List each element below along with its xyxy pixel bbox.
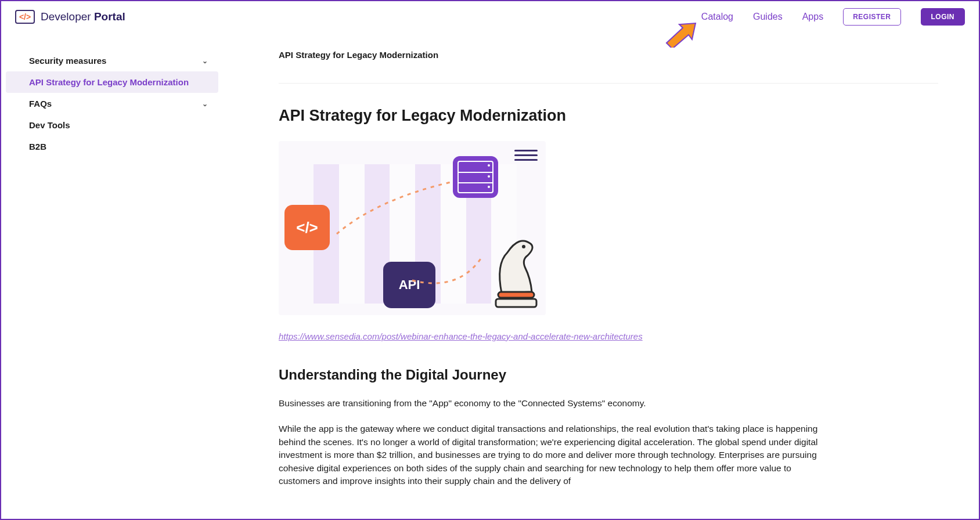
sidebar-item-label: API Strategy for Legacy Modernization xyxy=(29,77,189,87)
chess-knight-icon xyxy=(490,223,542,310)
svg-point-1 xyxy=(522,245,525,248)
menu-lines-icon xyxy=(514,147,538,164)
section-title: Understanding the Digital Journey xyxy=(279,367,938,383)
sidebar: Security measures ⌄ API Strategy for Leg… xyxy=(1,32,223,519)
sidebar-item-label: Dev Tools xyxy=(29,120,70,130)
logo-text: Developer Portal xyxy=(41,10,125,23)
hero-illustration: </> API xyxy=(279,141,546,315)
sidebar-item-security[interactable]: Security measures ⌄ xyxy=(1,50,223,71)
code-tile-icon: </> xyxy=(284,205,330,250)
annotation-arrow-icon xyxy=(662,22,697,48)
login-button[interactable]: LOGIN xyxy=(921,8,965,26)
logo-icon: </> xyxy=(15,10,35,24)
main-content: API Strategy for Legacy Modernization AP… xyxy=(223,32,979,519)
svg-rect-2 xyxy=(498,292,534,298)
chevron-down-icon: ⌄ xyxy=(202,100,208,108)
code-icon: </> xyxy=(19,12,31,21)
sidebar-item-api-strategy[interactable]: API Strategy for Legacy Modernization xyxy=(6,71,218,93)
sidebar-item-faqs[interactable]: FAQs ⌄ xyxy=(1,93,223,114)
api-tile-icon: API xyxy=(383,262,435,308)
nav-catalog[interactable]: Catalog xyxy=(701,12,733,22)
sidebar-item-dev-tools[interactable]: Dev Tools xyxy=(1,114,223,136)
register-button[interactable]: REGISTER xyxy=(843,8,900,26)
nav-apps[interactable]: Apps xyxy=(802,12,823,22)
svg-rect-3 xyxy=(496,299,536,307)
sidebar-item-label: Security measures xyxy=(29,56,106,66)
body-paragraph: Businesses are transitioning from the "A… xyxy=(279,397,824,410)
sidebar-item-label: FAQs xyxy=(29,99,52,109)
nav-right: Catalog Guides Apps REGISTER LOGIN xyxy=(701,8,965,26)
source-link[interactable]: https://www.sensedia.com/post/webinar-en… xyxy=(279,331,643,341)
sidebar-item-b2b[interactable]: B2B xyxy=(1,136,223,157)
nav-guides[interactable]: Guides xyxy=(753,12,783,22)
body-paragraph: While the app is the gateway where we co… xyxy=(279,423,824,488)
sidebar-item-label: B2B xyxy=(29,142,46,151)
logo[interactable]: </> Developer Portal xyxy=(15,10,125,24)
breadcrumb: API Strategy for Legacy Modernization xyxy=(279,50,938,84)
header: </> Developer Portal Catalog Guides Apps… xyxy=(1,1,979,32)
svg-marker-0 xyxy=(666,23,696,48)
chevron-down-icon: ⌄ xyxy=(202,57,208,65)
server-icon xyxy=(453,156,498,198)
page-title: API Strategy for Legacy Modernization xyxy=(279,107,938,125)
